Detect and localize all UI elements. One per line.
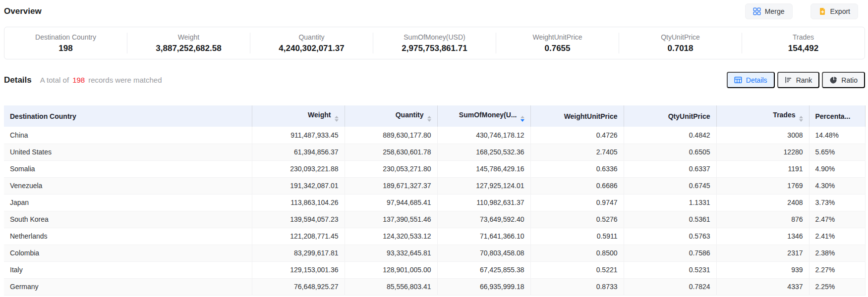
cell-quantity: 85,556,803.41 bbox=[345, 278, 437, 295]
cell-percenta: 4.90% bbox=[809, 160, 865, 177]
table-row: China911,487,933.45889,630,177.80430,746… bbox=[4, 127, 865, 144]
sort-caret-down-icon bbox=[521, 119, 524, 122]
cell-weight: 230,093,221.88 bbox=[252, 160, 345, 177]
stat-value: 0.7655 bbox=[545, 44, 571, 52]
cell-weight: 76,648,925.27 bbox=[252, 278, 345, 295]
cell-qtyunitprice: 0.7586 bbox=[624, 245, 716, 261]
merge-cells-icon bbox=[753, 7, 761, 15]
table-head: Destination CountryWeightQuantitySumOfMo… bbox=[4, 105, 865, 127]
cell-quantity: 97,944,685.41 bbox=[345, 194, 437, 211]
cell-weightunitprice: 0.8733 bbox=[530, 278, 624, 295]
stat-label: QtyUnitPrice bbox=[661, 34, 700, 41]
stat-label: Quantity bbox=[298, 34, 324, 41]
table-row: United States61,394,856.37258,630,601.78… bbox=[4, 144, 865, 160]
cell-quantity: 258,630,601.78 bbox=[345, 144, 437, 160]
table-header-row: Destination CountryWeightQuantitySumOfMo… bbox=[4, 105, 865, 127]
stat-destination-country: Destination Country198 bbox=[4, 34, 127, 52]
stat-weight: Weight3,887,252,682.58 bbox=[127, 34, 250, 52]
cell-weightunitprice: 0.5911 bbox=[530, 228, 624, 245]
cell-trades: 3008 bbox=[716, 127, 809, 144]
stat-label: Trades bbox=[793, 34, 814, 41]
cell-percenta: 14.48% bbox=[809, 127, 865, 144]
sort-caret-icons bbox=[799, 116, 803, 122]
sort-caret-icons bbox=[521, 116, 524, 122]
cell-destination-country: South Korea bbox=[4, 211, 252, 228]
column-header-label: WeightUnitPrice bbox=[564, 112, 618, 120]
cell-qtyunitprice: 0.6745 bbox=[624, 177, 716, 194]
column-header-sumofmoney-u[interactable]: SumOfMoney(U... bbox=[437, 105, 530, 127]
cell-weight: 911,487,933.45 bbox=[252, 127, 345, 144]
cell-trades: 1191 bbox=[716, 160, 809, 177]
cell-sumofmoney-u: 110,982,631.37 bbox=[437, 194, 530, 211]
cell-weight: 83,299,617.81 bbox=[252, 245, 345, 261]
cell-weight: 129,153,001.36 bbox=[252, 261, 345, 278]
column-header-weight[interactable]: Weight bbox=[252, 105, 345, 127]
cell-destination-country: Colombia bbox=[4, 245, 252, 261]
column-header-trades[interactable]: Trades bbox=[716, 105, 809, 127]
cell-trades: 1346 bbox=[716, 228, 809, 245]
cell-sumofmoney-u: 67,425,855.38 bbox=[437, 261, 530, 278]
column-header-label: QtyUnitPrice bbox=[668, 112, 710, 120]
cell-destination-country: Japan bbox=[4, 194, 252, 211]
cell-percenta: 4.30% bbox=[809, 177, 865, 194]
column-header-label: Destination Country bbox=[10, 112, 76, 120]
match-prefix: A total of bbox=[40, 76, 69, 84]
cell-sumofmoney-u: 66,935,999.18 bbox=[437, 278, 530, 295]
column-header-quantity[interactable]: Quantity bbox=[345, 105, 437, 127]
sort-caret-down-icon bbox=[427, 119, 431, 122]
cell-destination-country: Netherlands bbox=[4, 228, 252, 245]
column-header-label: Quantity bbox=[396, 111, 424, 119]
cell-trades: 12280 bbox=[716, 144, 809, 160]
view-tab-rank[interactable]: Rank bbox=[777, 72, 820, 88]
cell-weight: 61,394,856.37 bbox=[252, 144, 345, 160]
cell-weightunitprice: 0.4726 bbox=[530, 127, 624, 144]
table-row: Somalia230,093,221.88230,053,271.80145,7… bbox=[4, 160, 865, 177]
table-row: Netherlands121,208,771.45124,320,533.127… bbox=[4, 228, 865, 245]
view-tab-details[interactable]: Details bbox=[727, 72, 775, 88]
cell-quantity: 889,630,177.80 bbox=[345, 127, 437, 144]
cell-quantity: 137,390,551.46 bbox=[345, 211, 437, 228]
sort-caret-up-icon bbox=[521, 116, 524, 118]
cell-qtyunitprice: 0.5361 bbox=[624, 211, 716, 228]
cell-percenta: 2.38% bbox=[809, 245, 865, 261]
cell-percenta: 5.65% bbox=[809, 144, 865, 160]
stat-qtyunitprice: QtyUnitPrice0.7018 bbox=[619, 34, 742, 52]
cell-quantity: 124,320,533.12 bbox=[345, 228, 437, 245]
cell-destination-country: China bbox=[4, 127, 252, 144]
cell-percenta: 2.25% bbox=[809, 278, 865, 295]
table-grid-icon bbox=[734, 76, 742, 84]
topbar-buttons: Merge Export bbox=[745, 3, 858, 19]
merge-button[interactable]: Merge bbox=[745, 3, 793, 19]
export-file-icon bbox=[818, 7, 826, 15]
sort-caret-icons bbox=[335, 116, 339, 122]
view-tab-details-label: Details bbox=[746, 76, 767, 84]
view-tab-ratio[interactable]: Ratio bbox=[822, 72, 865, 88]
pie-chart-icon bbox=[829, 76, 837, 84]
match-suffix: records were matched bbox=[88, 76, 162, 84]
stat-label: Destination Country bbox=[35, 34, 96, 41]
cell-percenta: 2.27% bbox=[809, 261, 865, 278]
stat-value: 2,975,753,861.71 bbox=[402, 44, 467, 52]
cell-percenta: 2.47% bbox=[809, 211, 865, 228]
cell-weightunitprice: 0.8500 bbox=[530, 245, 624, 261]
cell-destination-country: United States bbox=[4, 144, 252, 160]
stat-sumofmoney-usd: SumOfMoney(USD)2,975,753,861.71 bbox=[373, 34, 496, 52]
cell-weight: 191,342,087.01 bbox=[252, 177, 345, 194]
column-header-label: Percenta... bbox=[815, 112, 851, 120]
table-row: Japan113,863,104.2697,944,685.41110,982,… bbox=[4, 194, 865, 211]
export-button[interactable]: Export bbox=[810, 3, 858, 19]
cell-destination-country: Italy bbox=[4, 261, 252, 278]
column-header-label: Weight bbox=[308, 111, 331, 119]
stat-trades: Trades154,492 bbox=[742, 34, 865, 52]
top-bar: Overview Merge Export bbox=[0, 0, 868, 20]
cell-destination-country: Germany bbox=[4, 278, 252, 295]
cell-quantity: 189,671,327.37 bbox=[345, 177, 437, 194]
cell-trades: 2408 bbox=[716, 194, 809, 211]
cell-weight: 113,863,104.26 bbox=[252, 194, 345, 211]
cell-trades: 1769 bbox=[716, 177, 809, 194]
stat-value: 4,240,302,071.37 bbox=[279, 44, 344, 52]
sort-caret-down-icon bbox=[335, 119, 339, 122]
overview-stats: Destination Country198Weight3,887,252,68… bbox=[4, 27, 865, 59]
cell-weight: 139,594,057.23 bbox=[252, 211, 345, 228]
details-table: Destination CountryWeightQuantitySumOfMo… bbox=[4, 105, 866, 296]
